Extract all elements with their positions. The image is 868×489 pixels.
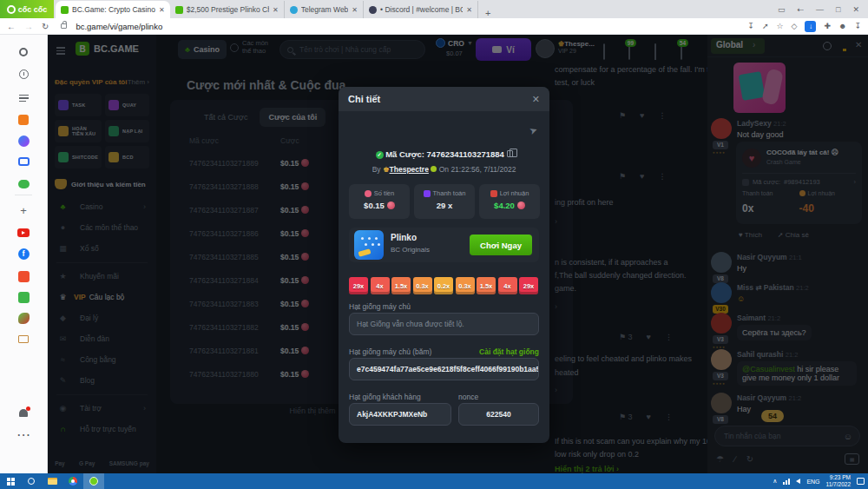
browser-tabstrip: cốc cốc BC.Game: Crypto Casino Gai ✕ $2,… [0, 0, 868, 18]
tab-close-icon[interactable]: ✕ [273, 6, 279, 14]
taskbar-search-icon[interactable] [21, 473, 42, 489]
multiplier-pill: 0.2x [434, 277, 453, 294]
network-icon[interactable] [783, 479, 790, 485]
forward-icon[interactable]: → [24, 22, 33, 31]
multiplier-pill: 29x [349, 277, 368, 294]
more-icon[interactable]: ⋯ [15, 426, 32, 443]
server-seed-hash-field[interactable]: e7c459474fa77ae5ce9e6218f5f8ceff4066f991… [349, 358, 539, 380]
bet-details-modal: Chi tiết ✕ ➤ ✓ Mã Cược: 7476234110327188… [339, 87, 549, 443]
copy-icon[interactable] [507, 150, 513, 157]
stat-profit: Lợi nhuận $4.20 [479, 184, 540, 219]
volume-icon[interactable] [796, 479, 800, 484]
bet-id-line: ✓ Mã Cược: 74762341103271884 [339, 149, 549, 159]
multiplier-pill: 0.3x [456, 277, 475, 294]
leaf-icon[interactable] [15, 309, 32, 327]
multiplier-row: 29x 4x 1.5x 0.3x 0.2x 0.3x 1.5x 4x [349, 272, 538, 294]
share-bet-icon[interactable]: ➤ [528, 124, 539, 137]
username-link[interactable]: Thespectre [390, 165, 429, 174]
shopee-icon[interactable] [15, 268, 32, 285]
cart-icon[interactable] [15, 330, 32, 347]
save-page-icon[interactable]: ↧ [747, 22, 754, 30]
back-icon[interactable]: ← [7, 22, 16, 31]
seed-settings-link[interactable]: Cài đặt hạt giống [479, 347, 539, 356]
extensions-icon[interactable]: ✚ [824, 22, 831, 30]
system-tray: ∧ ENG 9:23 PM 11/7/2022 [773, 473, 865, 489]
server-seed-label: Hạt giống máy chủ [349, 302, 411, 311]
browser-sidebar: + f ⋯ [0, 35, 48, 473]
youtube-icon[interactable] [15, 224, 32, 241]
hot-crown-icon[interactable] [15, 111, 32, 129]
payout-icon [424, 190, 431, 197]
verified-check-icon: ✓ [376, 151, 384, 159]
shield-icon[interactable]: ◇ [792, 22, 798, 30]
coins-icon [365, 190, 372, 197]
messenger-icon[interactable] [15, 132, 32, 149]
tab-arrow-icon[interactable]: ⇠ [797, 5, 804, 14]
start-button[interactable] [0, 473, 21, 489]
coccoc-taskbar-icon[interactable] [83, 473, 104, 489]
coccoc-logo-icon [7, 5, 16, 14]
browser-toolbar: ← → ↻ bc.game/vi/game/plinko ↧ ➚ ☆ ◇ ↓ ✚… [0, 18, 868, 35]
bookmark-star-icon[interactable]: ☆ [776, 22, 783, 30]
windows-taskbar: ∧ ENG 9:23 PM 11/7/2022 [0, 473, 868, 489]
multiplier-pill: 29x [519, 277, 538, 294]
plinko-game-icon[interactable] [354, 230, 384, 260]
facebook-icon[interactable]: f [15, 245, 32, 262]
coin-icon [387, 202, 395, 209]
modal-header: Chi tiết ✕ [339, 87, 549, 111]
url-bar[interactable]: bc.game/vi/game/plinko [76, 22, 739, 31]
settings-gear-icon[interactable] [15, 43, 32, 61]
stat-amount: Số tiền $0.15 [349, 184, 410, 219]
browser-tab-discord[interactable]: • Discord | #welcome | BC ✕ [364, 1, 478, 18]
notification-bell-icon[interactable] [15, 404, 32, 421]
lock-icon[interactable] [61, 23, 67, 29]
profit-icon [490, 190, 497, 197]
bet-id-value: 74762341103271884 [427, 149, 504, 159]
bcgame-favicon [61, 6, 69, 14]
coccoc-brand[interactable]: cốc cốc [0, 0, 54, 18]
play-now-button[interactable]: Chơi Ngay [470, 235, 532, 255]
games-icon[interactable] [15, 175, 32, 193]
chrome-icon[interactable] [62, 473, 83, 489]
multiplier-pill: 4x [371, 277, 390, 294]
bet-author-line: By ♚Thespectre On 21:22:56, 7/11/2022 [339, 165, 549, 174]
taskbar-clock[interactable]: 9:23 PM 11/7/2022 [826, 474, 851, 488]
game-provider: BC Originals [391, 246, 430, 254]
add-shortcut-icon[interactable]: + [15, 202, 32, 219]
reading-list-icon[interactable] [15, 89, 32, 106]
close-button[interactable]: ✕ [852, 5, 859, 14]
game-name: Plinko [391, 233, 417, 242]
browser-tab-plinko-challenge[interactable]: $2,500 Prestige Plinko Challe ✕ [170, 1, 285, 18]
bcgame-favicon [175, 6, 183, 14]
language-indicator[interactable]: ENG [806, 479, 819, 485]
new-tab-button[interactable]: + [478, 8, 497, 18]
tab-close-icon[interactable]: ✕ [352, 6, 358, 14]
reload-icon[interactable]: ↻ [42, 22, 49, 31]
crown-icon: ♚ [383, 165, 390, 174]
garden-icon[interactable] [15, 288, 32, 306]
multiplier-pill: 4x [498, 277, 517, 294]
tab-close-icon[interactable]: ✕ [466, 6, 472, 14]
screen: cốc cốc BC.Game: Crypto Casino Gai ✕ $2,… [0, 0, 868, 489]
modal-close-icon[interactable]: ✕ [532, 94, 540, 105]
profile-icon[interactable]: ☻ [838, 22, 846, 30]
tab-close-icon[interactable]: ✕ [159, 6, 165, 14]
server-seed-hash-label: Hạt giống máy chủ (băm) [349, 347, 431, 356]
action-center-icon[interactable] [857, 478, 865, 485]
multiplier-pill: 0.3x [413, 277, 432, 294]
nonce-field[interactable]: 622540 [458, 403, 539, 426]
browser-tab-telegram[interactable]: Telegram Web ✕ [285, 1, 364, 18]
client-seed-field[interactable]: AkjA4XKKPJMXeNb [349, 403, 451, 426]
maximize-button[interactable]: □ [836, 5, 840, 14]
history-clock-icon[interactable] [15, 65, 32, 83]
browser-tab-bcgame[interactable]: BC.Game: Crypto Casino Gai ✕ [56, 1, 170, 18]
file-explorer-icon[interactable] [42, 473, 62, 489]
share-icon[interactable]: ➚ [762, 22, 769, 30]
tab-search-icon[interactable]: ▭ [778, 5, 786, 14]
downloads-icon[interactable]: ↧ [854, 22, 861, 30]
minimize-button[interactable]: — [816, 5, 824, 14]
download-button[interactable]: ↓ [805, 21, 816, 32]
zalo-icon[interactable] [15, 153, 32, 170]
server-seed-field[interactable]: Hạt Giống vẫn chưa được tiết lộ. [349, 313, 539, 335]
tray-expand-icon[interactable]: ∧ [773, 478, 777, 485]
